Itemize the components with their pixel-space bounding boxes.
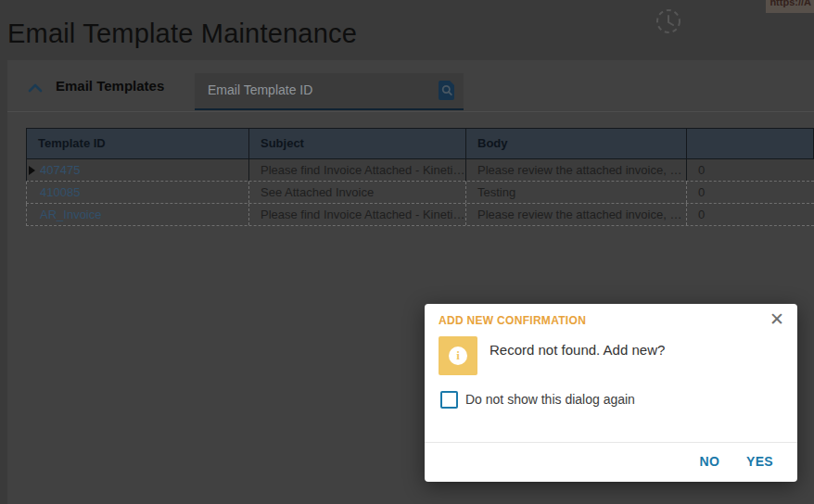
dont-show-again-checkbox[interactable] [440,391,458,409]
current-row-marker-icon [29,166,35,175]
template-id-search-input[interactable] [195,73,439,107]
no-button[interactable]: NO [699,454,719,469]
url-hint: https://A [766,0,814,13]
table-row[interactable]: AR_Invoice Please find Invoice Attached … [26,204,814,226]
cell-template-id: AR_Invoice [27,204,249,225]
dont-show-again-label: Do not show this dialog again [465,392,635,407]
info-icon-glyph: i [449,346,467,365]
dialog-title: ADD NEW CONFIRMATION [439,314,586,327]
cell-subject: Please find Invoice Attached - Kineti… [249,204,466,225]
template-id-link[interactable]: 407475 [40,163,80,177]
cell-subject: Please find Invoice Attached - Kineti… [249,159,466,181]
section-divider [7,111,814,112]
section-title: Email Templates [56,78,164,94]
cell-count: 0 [687,204,814,225]
cell-body: Testing [466,182,687,203]
grid-header-row: Template ID Subject Body [26,128,814,159]
email-templates-grid: Template ID Subject Body 407475 Please f… [26,128,814,226]
cell-template-id: 407475 [27,159,249,181]
table-row[interactable]: 407475 Please find Invoice Attached - Ki… [26,159,814,182]
section-header: Email Templates [7,60,814,111]
close-icon[interactable]: ✕ [766,309,788,331]
cell-count: 0 [687,159,814,181]
column-header-template-id[interactable]: Template ID [27,129,249,158]
yes-button[interactable]: YES [746,454,773,469]
page-title: Email Template Maintenance [7,19,357,49]
collapse-chevron-icon[interactable] [28,81,43,92]
column-header-body[interactable]: Body [466,129,687,158]
column-header-subject[interactable]: Subject [249,129,466,158]
add-new-confirmation-dialog: ADD NEW CONFIRMATION ✕ i Record not foun… [425,304,797,482]
search-icon[interactable] [438,81,456,100]
info-icon: i [439,336,477,375]
template-id-link[interactable]: 410085 [40,185,80,199]
table-row[interactable]: 410085 See Attached Invoice Testing 0 [26,182,814,204]
cell-body: Please review the attached invoice, … [466,159,687,181]
dialog-actions: NO YES [699,454,773,469]
cell-subject: See Attached Invoice [249,182,466,203]
cell-count: 0 [687,182,814,203]
template-id-search [195,73,464,110]
template-id-link[interactable]: AR_Invoice [40,208,101,221]
cell-body: Please review the attached invoice, … [466,204,687,225]
dialog-footer-divider [425,442,797,443]
cell-template-id: 410085 [27,182,249,203]
dialog-message: Record not found. Add new? [490,342,665,358]
column-header-extra[interactable] [687,129,813,158]
history-clock-icon[interactable] [655,7,682,35]
